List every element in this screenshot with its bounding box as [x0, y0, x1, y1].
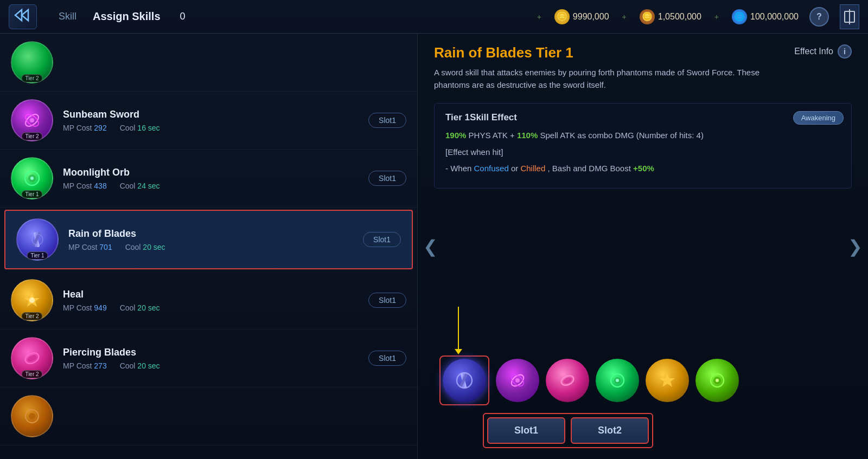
svg-marker-1 [22, 10, 28, 21]
list-item[interactable]: Tier 2 Piercing Blades MP Cost 273 Cool … [0, 329, 417, 387]
currency-group: + 🪙 9990,000 + 🪙 1,0500,000 + 🌐 100,000,… [537, 9, 799, 24]
assign-count: 0 [180, 11, 186, 22]
svg-point-15 [29, 298, 35, 303]
slot2-button[interactable]: Slot2 [571, 417, 649, 444]
svg-point-31 [616, 379, 619, 382]
gold-icon: 🪙 [554, 9, 570, 24]
detail-header: Rain of Blades Tier 1 Effect Info i [434, 44, 852, 61]
exit-button[interactable] [840, 4, 859, 29]
bottom-sunbeam-icon[interactable] [496, 359, 539, 402]
svg-point-9 [30, 177, 34, 180]
skill-detail-panel: Rain of Blades Tier 1 Effect Info i A sw… [418, 34, 868, 459]
top-navigation: Skill Assign Skills 0 + 🪙 9990,000 + 🪙 1… [0, 0, 868, 34]
help-button[interactable]: ? [809, 7, 829, 27]
list-item[interactable]: Tier 2 Sunbeam Sword MP Cost 292 Cool 16… [0, 92, 417, 150]
bottom-skill-icons-row [434, 355, 852, 405]
list-item[interactable]: Tier 2 Heal MP Cost 949 Cool 20 sec Slot… [0, 271, 417, 329]
copper-icon: 🪙 [640, 9, 655, 24]
svg-point-26 [515, 378, 520, 383]
skill-list-panel: Tier 2 Tier 2 Sunbeam Sword MP Cost 292 [0, 34, 418, 459]
slot-button[interactable]: Slot1 [363, 232, 401, 247]
effect-line-2: [Effect when hit] [445, 146, 840, 159]
svg-point-6 [30, 118, 34, 122]
skill-icon-partial: Tier 2 [11, 41, 53, 83]
bottom-lime-icon[interactable] [695, 359, 739, 402]
slot-buttons-box: Slot1 Slot2 [483, 413, 653, 448]
main-layout: Tier 2 Tier 2 Sunbeam Sword MP Cost 292 [0, 34, 868, 459]
info-circle-icon: i [838, 44, 852, 59]
tier-effect-title: Tier 1Skill Effect [445, 112, 840, 123]
selected-icon-box [439, 355, 489, 405]
skill-nav-label: Skill [59, 11, 76, 22]
next-arrow[interactable]: ❯ [848, 236, 863, 257]
currency-copper: 🪙 1,0500,000 [640, 9, 701, 24]
bottom-partial-icon [11, 395, 53, 437]
skill-icons-area: Slot1 Slot2 [434, 355, 852, 448]
currency-gold: 🪙 9990,000 [554, 9, 609, 24]
skill-description: A sword skill that attacks enemies by po… [434, 67, 770, 91]
slot1-button[interactable]: Slot1 [487, 417, 565, 444]
svg-point-19 [29, 413, 35, 419]
bottom-rainblades-icon[interactable] [443, 359, 486, 402]
assign-nav-label: Assign Skills [93, 10, 161, 23]
back-button[interactable] [9, 4, 37, 29]
effect-info-label: Effect Info [794, 47, 833, 56]
tier-effect-box: Tier 1Skill Effect Awakening 190% PHYS A… [434, 103, 852, 189]
skill-detail-title: Rain of Blades Tier 1 [434, 44, 573, 61]
list-item[interactable] [0, 387, 417, 445]
awakening-badge[interactable]: Awakening [793, 111, 844, 125]
bottom-pink-icon[interactable] [546, 359, 589, 402]
svg-marker-32 [660, 373, 675, 387]
back-icon [14, 8, 31, 26]
blue-orb-icon: 🌐 [732, 9, 747, 24]
slot-button[interactable]: Slot1 [368, 113, 406, 128]
bottom-green-icon[interactable] [596, 359, 639, 402]
slot-button[interactable]: Slot1 [368, 293, 406, 308]
svg-point-35 [716, 379, 719, 382]
effect-line-3: - When Confused or Chilled , Bash and DM… [445, 163, 840, 175]
currency-blue: 🌐 100,000,000 [732, 9, 799, 24]
list-item[interactable]: Tier 2 [0, 34, 417, 92]
selected-skill-item[interactable]: Tier 1 Rain of Blades MP Cost 701 Cool 2… [4, 210, 413, 269]
effect-line-1: 190% PHYS ATK + 110% Spell ATK as combo … [445, 130, 840, 142]
list-item[interactable]: Tier 1 Moonlight Orb MP Cost 438 Cool 24… [0, 150, 417, 208]
bottom-gold-icon[interactable] [646, 359, 689, 402]
slot-button[interactable]: Slot1 [368, 171, 406, 186]
slot-button[interactable]: Slot1 [368, 351, 406, 366]
prev-arrow[interactable]: ❮ [423, 236, 438, 257]
effect-info-button[interactable]: Effect Info i [794, 44, 852, 59]
